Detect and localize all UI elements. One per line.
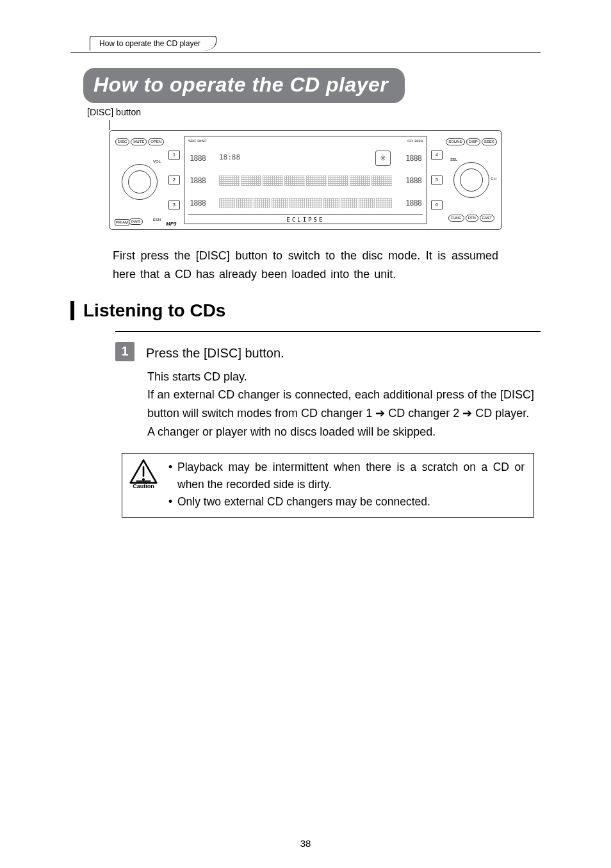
step-row: 1 Press the [DISC] button. <box>115 341 541 363</box>
page-title: How to operate the CD player <box>83 68 405 103</box>
seg-right-3: 1888 <box>396 199 421 208</box>
left-preset-buttons: 1 2 3 <box>168 136 180 224</box>
bottom-right-button-labels: FUNC RTN FAST <box>448 215 494 222</box>
preset-3: 3 <box>168 201 180 209</box>
cd-player-illustration: DISC MUTE OPEN VOL ESN 1 2 3 SRC DISC C <box>109 130 502 230</box>
title-wrap: How to operate the CD player <box>83 68 541 103</box>
esn-label: ESN <box>153 218 161 222</box>
rtn-pill: RTN <box>466 215 478 222</box>
seg-left-2: 1888 <box>190 176 215 185</box>
svg-point-2 <box>142 478 145 480</box>
step-body-line2b: CD changer 2 <box>385 407 462 420</box>
sun-icon <box>375 151 391 166</box>
display-time: 18:88 <box>219 153 240 163</box>
pwr-label: PWR <box>129 218 143 225</box>
top-left-button-labels: DISC MUTE OPEN <box>115 138 164 145</box>
section-heading: Listening to CDs <box>70 300 541 321</box>
seg-right-2: 1888 <box>396 176 421 185</box>
sound-pill: SOUND <box>446 138 465 145</box>
open-pill: OPEN <box>148 138 164 145</box>
caution-triangle-icon <box>129 459 158 484</box>
disp-pill: DISP <box>466 138 480 145</box>
seg-right-1: 1888 <box>396 154 421 163</box>
tune-knob-icon: SEL CH <box>453 162 489 198</box>
caution-item: • Only two external CD changers may be c… <box>168 493 525 511</box>
disc-pill: DISC <box>115 138 129 145</box>
mp3-label: MP3 <box>166 221 176 227</box>
preset-6: 6 <box>431 201 443 209</box>
arrow-icon: ➔ <box>375 407 385 420</box>
volume-knob-icon: VOL <box>122 164 158 200</box>
right-preset-buttons: 4 5 6 <box>431 136 443 224</box>
caution-item: • Playback may be intermittent when ther… <box>168 459 525 493</box>
step-title: Press the [DISC] button. <box>146 341 284 363</box>
caution-item-text: Only two external CD changers may be con… <box>177 493 430 511</box>
section-underline <box>115 331 541 332</box>
bullet-icon: • <box>168 459 177 493</box>
intro-paragraph: First press the [DISC] button to switch … <box>113 247 498 284</box>
disc-button-callout-label: [DISC] button <box>87 107 541 117</box>
preset-4: 4 <box>431 151 443 160</box>
header-tab: How to operate the CD player <box>90 36 216 51</box>
preset-5: 5 <box>431 176 443 184</box>
header-rule <box>70 52 541 53</box>
step-body-line1: This starts CD play. <box>147 370 247 383</box>
page-number: 38 <box>0 838 611 849</box>
caution-list: • Playback may be intermittent when ther… <box>168 459 525 511</box>
seek-pill: SEEK <box>482 138 497 145</box>
section-heading-text: Listening to CDs <box>83 300 225 321</box>
func-pill: FUNC <box>448 215 464 222</box>
ch-label: CH <box>491 177 496 181</box>
callout-leader-line <box>109 120 110 130</box>
step-body-line2c: CD player. <box>472 407 529 420</box>
top-right-button-labels: SOUND DISP SEEK <box>446 138 497 145</box>
manual-page: How to operate the CD player How to oper… <box>0 0 611 868</box>
step-body-line3: A changer or player with no discs loaded… <box>147 425 436 438</box>
header-tab-row: How to operate the CD player <box>70 36 541 55</box>
step-body: This starts CD play. If an external CD c… <box>147 368 534 441</box>
lcd-display: SRC DISC CD 3434 1888 18:88 1888 1888 18… <box>184 136 427 224</box>
model-label: CD 3434 <box>407 139 423 145</box>
mute-pill: MUTE <box>131 138 147 145</box>
fmam-label: FM AM <box>115 219 129 225</box>
seg-left-1: 1888 <box>190 154 215 163</box>
vol-label: VOL <box>153 160 161 163</box>
sel-label: SEL <box>450 158 457 161</box>
display-small-labels: SRC DISC <box>188 139 207 145</box>
heading-bar-icon <box>70 301 74 320</box>
caution-icon-wrap: Caution <box>129 459 158 511</box>
fast-pill: FAST <box>480 215 494 222</box>
step-number-badge: 1 <box>115 342 134 361</box>
caution-box: Caution • Playback may be intermittent w… <box>122 453 534 518</box>
brand-label: ECLIPSE <box>188 214 423 224</box>
arrow-icon: ➔ <box>462 407 472 420</box>
preset-2: 2 <box>168 176 180 184</box>
preset-1: 1 <box>168 151 180 160</box>
caution-item-text: Playback may be intermittent when there … <box>177 459 525 493</box>
seg-left-3: 1888 <box>190 199 215 208</box>
bullet-icon: • <box>168 493 177 511</box>
